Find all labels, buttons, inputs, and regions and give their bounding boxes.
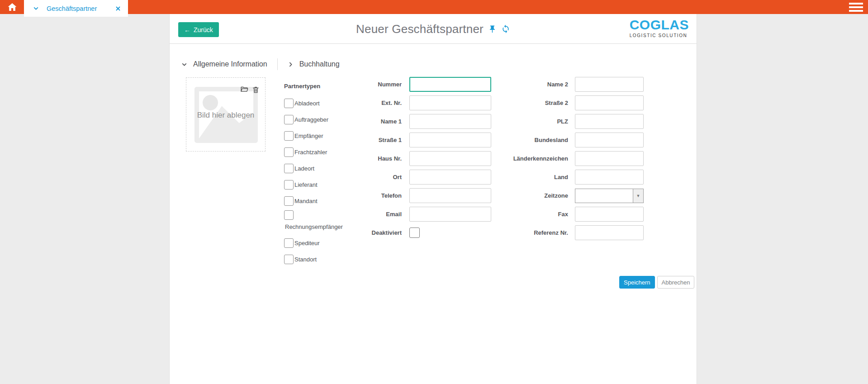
home-icon xyxy=(6,2,18,13)
field-label: Fax xyxy=(464,211,575,218)
name-2-field[interactable] xyxy=(575,77,644,92)
form-actions: Speichern Abbrechen xyxy=(619,276,694,289)
save-button[interactable]: Speichern xyxy=(619,276,655,289)
close-icon[interactable] xyxy=(115,6,121,11)
referenz-nr-field[interactable] xyxy=(575,225,644,240)
title-row: Neuer Geschäftspartner xyxy=(170,14,697,44)
form-row-haus-nr: Haus Nr. xyxy=(292,151,491,166)
form-row-name-1: Name 1 xyxy=(292,114,491,129)
refresh-icon[interactable] xyxy=(501,24,510,33)
zeitzone-select[interactable]: ▼ xyxy=(575,189,644,203)
field-label: Haus Nr. xyxy=(292,155,409,162)
form-row-land: Land xyxy=(464,170,644,185)
open-folder-icon[interactable] xyxy=(240,85,249,94)
back-button-label: Zurück xyxy=(194,26,213,33)
dropdown-arrow-icon[interactable]: ▼ xyxy=(633,189,643,203)
field-label: Land xyxy=(464,174,575,180)
section-label: Allgemeine Information xyxy=(193,60,267,68)
chevron-right-icon xyxy=(288,62,294,67)
card-header: ← Zurück Neuer Geschäftspartner COGLAS L… xyxy=(170,14,697,44)
form-row-ext-nr: Ext. Nr. xyxy=(292,95,491,110)
laenderkennzeichen-field[interactable] xyxy=(575,151,644,166)
field-label: Straße 2 xyxy=(464,100,575,106)
page-title: Neuer Geschäftspartner xyxy=(356,22,484,36)
back-button[interactable]: ← Zurück xyxy=(178,22,219,37)
section-tabs: Allgemeine Information Buchhaltung xyxy=(181,57,340,71)
cancel-button[interactable]: Abbrechen xyxy=(657,276,695,289)
checkbox[interactable] xyxy=(284,255,294,264)
menu-button[interactable] xyxy=(849,3,863,12)
field-label: Ort xyxy=(292,174,409,180)
field-label: Bundesland xyxy=(464,137,575,143)
trash-icon[interactable] xyxy=(252,85,260,94)
form-row-strasse-2: Straße 2 xyxy=(464,95,644,110)
back-arrow-icon: ← xyxy=(184,26,190,33)
topbar: Geschäftspartner xyxy=(0,0,868,14)
logo-text: COGLAS xyxy=(630,18,689,32)
form-row-plz: PLZ xyxy=(464,114,644,129)
content-card: ← Zurück Neuer Geschäftspartner COGLAS L… xyxy=(169,14,697,384)
land-field[interactable] xyxy=(575,170,644,185)
form-row-telefon: Telefon xyxy=(292,188,491,203)
form-row-referenz-nr: Referenz Nr. xyxy=(464,225,644,240)
form-row-nummer: Nummer xyxy=(292,77,491,92)
dropzone-label: Bild hier ablegen xyxy=(186,111,265,120)
coglas-logo: COGLAS LOGISTIC SOLUTION xyxy=(630,18,689,38)
strasse-2-field[interactable] xyxy=(575,95,644,110)
placeholder-circle xyxy=(203,95,218,110)
section-tab-buchhaltung[interactable]: Buchhaltung xyxy=(288,60,340,68)
section-label: Buchhaltung xyxy=(299,60,340,68)
section-tab-allgemeine-information[interactable]: Allgemeine Information xyxy=(181,60,267,68)
field-label: Länderkennzeichen xyxy=(464,155,575,162)
home-button[interactable] xyxy=(0,0,24,14)
pin-icon[interactable] xyxy=(488,25,497,33)
form-row-fax: Fax xyxy=(464,207,644,222)
bundesland-field[interactable] xyxy=(575,133,644,147)
form-row-bundesland: Bundesland xyxy=(464,133,644,147)
form-row-zeitzone: Zeitzone ▼ xyxy=(464,188,644,203)
field-label: Telefon xyxy=(292,192,409,199)
form-row-email: Email xyxy=(292,207,491,222)
chevron-down-icon[interactable] xyxy=(33,5,39,11)
image-dropzone[interactable]: Bild hier ablegen xyxy=(186,77,266,152)
form-row-deaktiviert: Deaktiviert xyxy=(292,225,491,240)
select-value xyxy=(575,189,633,203)
hamburger-menu-icon xyxy=(849,3,863,12)
logo-tagline: LOGISTIC SOLUTION xyxy=(630,33,689,38)
form-row-name-2: Name 2 xyxy=(464,77,644,92)
field-label: Straße 1 xyxy=(292,137,409,143)
tab-geschaeftspartner[interactable]: Geschäftspartner xyxy=(24,0,128,17)
section-divider xyxy=(277,58,278,70)
field-label: Email xyxy=(292,211,409,218)
form-row-strasse-1: Straße 1 xyxy=(292,133,491,147)
field-label: Nummer xyxy=(292,81,409,88)
partner-type-standort: Standort xyxy=(284,252,343,264)
form-column-right: Name 2 Straße 2 PLZ Bundesland Länderken… xyxy=(464,77,644,244)
field-label: Name 2 xyxy=(464,81,575,88)
deaktiviert-checkbox[interactable] xyxy=(409,228,420,238)
tab-label: Geschäftspartner xyxy=(47,5,97,12)
chevron-down-icon xyxy=(181,62,187,67)
field-label: Deaktiviert xyxy=(292,229,409,236)
fax-field[interactable] xyxy=(575,207,644,222)
form-row-ort: Ort xyxy=(292,170,491,185)
field-label: Zeitzone xyxy=(464,192,575,199)
field-label: PLZ xyxy=(464,118,575,125)
field-label: Name 1 xyxy=(292,118,409,125)
checkbox-label: Standort xyxy=(294,256,317,263)
form-row-laenderkennzeichen: Länderkennzeichen xyxy=(464,151,644,166)
field-label: Ext. Nr. xyxy=(292,100,409,106)
field-label: Referenz Nr. xyxy=(464,229,575,236)
plz-field[interactable] xyxy=(575,114,644,129)
form-column-left: Nummer Ext. Nr. Name 1 Straße 1 Haus Nr.… xyxy=(292,77,491,244)
